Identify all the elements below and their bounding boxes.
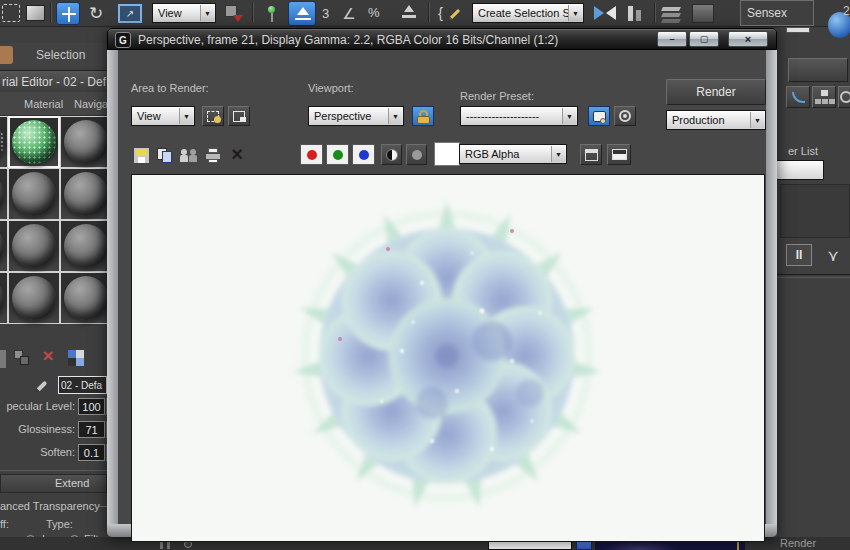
background-button[interactable] <box>788 58 848 82</box>
named-selection-set-dropdown[interactable]: Create Selection Se ▼ <box>472 3 584 23</box>
select-object-icon[interactable] <box>26 5 45 21</box>
select-manipulate-icon[interactable] <box>258 3 282 24</box>
menu-navigation[interactable]: Navigat <box>74 98 111 110</box>
scale-tool-icon[interactable]: ↗ <box>118 4 142 23</box>
move-tool-icon[interactable] <box>56 2 80 25</box>
maximize-button[interactable]: ▢ <box>689 31 719 47</box>
material-slot[interactable] <box>60 220 112 272</box>
material-name-field[interactable]: 02 - Defa <box>58 376 107 394</box>
curve-editor-icon[interactable] <box>786 86 810 108</box>
copy-image-icon[interactable] <box>156 147 174 164</box>
print-image-icon[interactable] <box>204 147 222 164</box>
material-slot[interactable] <box>0 168 8 220</box>
reference-coordinate-dropdown[interactable]: View ▼ <box>152 3 216 23</box>
rotate-tool-icon[interactable]: ↻ <box>84 2 108 25</box>
material-sphere <box>64 172 108 216</box>
param-value-soften[interactable]: 0.1 <box>78 444 105 461</box>
store-image-button[interactable] <box>580 144 602 165</box>
material-slot[interactable] <box>0 272 8 324</box>
material-slot[interactable] <box>8 168 60 220</box>
material-slot-selected[interactable] <box>8 116 60 168</box>
make-material-copy-icon[interactable] <box>0 350 6 368</box>
blue-channel-button[interactable] <box>352 144 375 165</box>
channel-display-dropdown[interactable]: RGB Alpha ▼ <box>459 144 567 164</box>
selection-tab[interactable]: Selection <box>36 48 85 62</box>
material-slot[interactable] <box>60 272 112 324</box>
param-value-specular[interactable]: 100 <box>78 398 105 415</box>
material-sphere <box>0 172 4 216</box>
monochrome-button[interactable] <box>406 144 427 165</box>
material-slot[interactable] <box>60 116 112 168</box>
fullscreen-toggle-button[interactable] <box>607 144 631 165</box>
rendered-frame-window: G Perspective, frame 21, Display Gamma: … <box>107 28 777 537</box>
clone-window-icon[interactable] <box>179 147 199 164</box>
param-label: Soften: <box>0 446 75 458</box>
red-channel-button[interactable] <box>300 144 323 165</box>
render-preset-dropdown[interactable]: -------------------- ▼ <box>460 106 578 126</box>
render-globals-icon[interactable] <box>838 86 850 108</box>
material-slot[interactable] <box>0 116 8 168</box>
material-slot[interactable] <box>0 220 8 272</box>
lock-viewport-button[interactable] <box>412 106 434 126</box>
auto-region-button[interactable] <box>228 106 250 126</box>
clear-image-icon[interactable]: × <box>228 144 246 164</box>
left-panel: Selection rial Editor - 02 - Def Materia… <box>0 27 107 550</box>
pencil-icon <box>449 9 460 20</box>
chevron-down-icon: ▼ <box>568 5 582 21</box>
graphite-tools-icon[interactable] <box>692 4 714 23</box>
render-button[interactable]: Render <box>666 79 766 105</box>
rollout-extended-parameters[interactable]: Extend <box>0 474 107 493</box>
render-setup-button[interactable] <box>588 106 610 126</box>
viewport-dropdown[interactable]: Perspective ▼ <box>308 106 404 126</box>
green-channel-button[interactable] <box>326 144 349 165</box>
material-slot[interactable] <box>8 272 60 324</box>
alpha-channel-button[interactable] <box>381 144 402 165</box>
param-label: Glossiness: <box>0 423 75 435</box>
percent-snap-icon[interactable]: % <box>368 5 380 20</box>
menu-material[interactable]: Material <box>24 98 63 110</box>
material-navigator-icon[interactable] <box>66 348 88 368</box>
material-slot[interactable] <box>8 220 60 272</box>
clear-color-swatch[interactable] <box>434 142 460 166</box>
mirror-icon[interactable] <box>592 3 618 24</box>
viewport-sliver <box>595 541 745 550</box>
material-sphere <box>0 276 4 320</box>
tooltip-extra-text: 2 <box>843 4 850 18</box>
spinner-snap-icon[interactable] <box>398 3 420 24</box>
close-button[interactable]: × <box>728 31 768 47</box>
minimize-button[interactable]: – <box>657 31 687 47</box>
show-end-result-icon[interactable]: ⋎ <box>820 244 846 266</box>
rect-select-region-icon[interactable] <box>2 4 20 22</box>
schematic-view-icon[interactable] <box>812 86 836 108</box>
environment-button[interactable] <box>614 106 636 126</box>
main-toolbar: ↻ ↗ View ▼ 3 ∠ % { <box>0 0 850 27</box>
pick-material-eyedropper-icon[interactable] <box>32 378 50 396</box>
modifier-stack-panel[interactable] <box>780 184 850 238</box>
area-to-render-dropdown[interactable]: View ▼ <box>131 106 195 126</box>
type-label: Type: <box>46 518 73 530</box>
delete-material-icon[interactable]: × <box>38 345 58 367</box>
rendered-image-area[interactable] <box>131 174 765 542</box>
align-icon[interactable] <box>624 3 648 24</box>
divider <box>777 274 850 275</box>
param-value-glossiness[interactable]: 71 <box>78 421 105 438</box>
edit-region-button[interactable] <box>202 106 224 126</box>
layer-manager-icon[interactable] <box>660 4 684 24</box>
right-panel: er List II ⋎ <box>777 27 850 550</box>
assign-material-icon[interactable] <box>12 348 34 368</box>
snaps-toggle-icon[interactable] <box>288 1 316 26</box>
pin-stack-button[interactable]: II <box>786 244 812 266</box>
render-mode-dropdown[interactable]: Production ▼ <box>666 110 766 130</box>
save-image-icon[interactable] <box>133 147 150 164</box>
material-editor-titlebar[interactable]: rial Editor - 02 - Def <box>0 70 107 92</box>
ribbon-tab-marker[interactable] <box>0 46 13 64</box>
use-pivot-center-icon[interactable] <box>222 3 246 24</box>
window-titlebar[interactable]: G Perspective, frame 21, Display Gamma: … <box>107 28 777 50</box>
group-advanced-transparency: anced Transparency <box>0 500 100 512</box>
material-editor-title: rial Editor - 02 - Def <box>2 75 106 89</box>
angle-snap-icon[interactable]: ∠ <box>338 3 360 24</box>
edit-named-selections-icon[interactable]: { <box>436 2 466 25</box>
group-line <box>99 506 107 507</box>
material-slot[interactable] <box>60 168 112 220</box>
snap-3d-label[interactable]: 3 <box>322 6 329 21</box>
